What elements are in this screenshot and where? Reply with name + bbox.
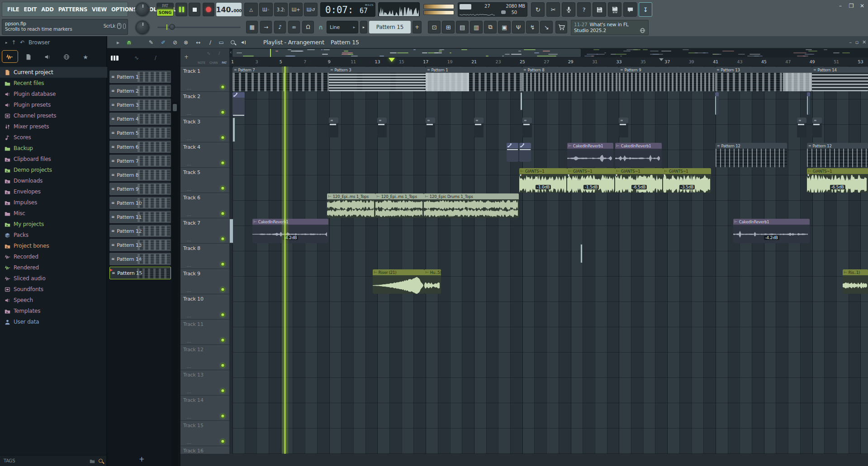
track-options[interactable]: ...: [187, 365, 192, 369]
playhead-line[interactable]: [285, 66, 285, 454]
blend-notes-icon[interactable]: Ш+: [289, 3, 303, 16]
clip-automation[interactable]: [232, 92, 245, 117]
pattern-selector[interactable]: Pattern 15: [369, 21, 411, 33]
track-led[interactable]: [221, 110, 225, 114]
pattern-row-10[interactable]: ≡Pattern 10: [109, 197, 171, 209]
clip-cakedinreverb1[interactable]: ⊢CakedInReverb1-4.2dB: [733, 219, 810, 243]
track-header-4[interactable]: Track 4...: [180, 142, 229, 168]
stamp-icon[interactable]: Ω: [302, 21, 314, 33]
add-pattern-button[interactable]: +: [413, 21, 422, 33]
browser-item-demo-projects[interactable]: Demo projects: [0, 165, 107, 175]
browser-item-rendered[interactable]: Rendered: [0, 262, 107, 273]
note-options-icon[interactable]: ♪: [274, 21, 286, 33]
plugin-icon[interactable]: Ψ: [512, 21, 525, 33]
browser-item-user-data[interactable]: User data: [0, 316, 107, 327]
browser-up-icon[interactable]: ↑: [11, 39, 16, 46]
browser-item-current-project[interactable]: Current project: [0, 67, 107, 78]
track-header-9[interactable]: Track 9...: [180, 269, 229, 294]
clip-mini[interactable]: ≡: [426, 118, 435, 137]
mute-icon[interactable]: ⊗: [181, 36, 191, 48]
track-led[interactable]: [221, 136, 225, 140]
clip-pattern-8[interactable]: ≡Pattern 8: [522, 67, 619, 91]
pattern-row-13[interactable]: ≡Pattern 13: [109, 239, 171, 251]
news-ticker[interactable]: 11-27What's new in FL Studio 2025.2: [571, 20, 649, 35]
track-header-8[interactable]: Track 8...: [180, 244, 229, 269]
delete-icon[interactable]: ⊘: [170, 36, 180, 48]
clip-pattern-9[interactable]: ≡Pattern 9: [619, 67, 715, 91]
track-options[interactable]: ...: [187, 314, 192, 318]
audio-tab-icon[interactable]: ∿: [134, 55, 139, 61]
playback-icon[interactable]: ◀❙: [239, 36, 249, 48]
pattern-row-15[interactable]: ≡Pattern 15: [109, 267, 171, 279]
mode-label-note[interactable]: NOTE: [198, 61, 205, 65]
track-options[interactable]: ...: [187, 86, 192, 90]
playlist-overview-bar[interactable]: ‹: [229, 48, 868, 57]
timeline-ruler[interactable]: 1357911131517192123252729313335373941434…: [229, 57, 868, 66]
master-volume-slider[interactable]: [423, 4, 454, 9]
track-led[interactable]: [221, 262, 225, 266]
download-icon[interactable]: ↧: [639, 2, 652, 17]
pattern-row-1[interactable]: ≡Pattern 1: [109, 71, 171, 83]
song-mode-label[interactable]: SONG: [157, 9, 173, 16]
browser-menu-icon[interactable]: ▸: [5, 40, 7, 45]
minimize-button[interactable]: –: [836, 3, 844, 9]
browser-item-packs[interactable]: Packs: [0, 230, 107, 240]
track-header-7[interactable]: Track 7...: [180, 218, 229, 244]
select-icon[interactable]: ▭: [216, 36, 226, 48]
paint-brush-icon[interactable]: ✐: [158, 36, 168, 48]
clip-automation2[interactable]: [507, 143, 518, 162]
search-icon[interactable]: [99, 459, 103, 463]
countdown-icon[interactable]: 3.2:: [274, 3, 288, 16]
playlist-minimize-button[interactable]: –: [849, 39, 851, 45]
help-icon[interactable]: ?: [577, 2, 591, 17]
tab-online[interactable]: [57, 54, 76, 60]
folder-icon[interactable]: [90, 458, 95, 464]
clip-sliver[interactable]: [580, 244, 583, 263]
headphones-icon[interactable]: ∩: [317, 21, 325, 33]
link-icon[interactable]: ∞: [288, 21, 300, 33]
track-options[interactable]: ...: [187, 339, 192, 344]
track-header-14[interactable]: Track 14...: [180, 395, 229, 421]
clip-pattern-14[interactable]: ≡Pattern 14: [812, 67, 868, 91]
clip-giants-1[interactable]: ⊢GIANTS~1▾-6.5dB: [807, 168, 868, 193]
envelope-node[interactable]: ▾: [664, 173, 665, 177]
snap-selector[interactable]: Line▸: [327, 21, 358, 33]
clip-pattern-3[interactable]: ≡Pattern 3: [329, 67, 426, 91]
pattern-row-3[interactable]: ≡Pattern 3: [109, 99, 171, 111]
save-new-version-icon[interactable]: [608, 2, 621, 17]
track-header-16[interactable]: Track 16...: [180, 446, 229, 454]
clip-hu-5-[interactable]: ⊢Hu..5): [424, 269, 441, 294]
browser-item-channel-presets[interactable]: Channel presets: [0, 110, 107, 121]
pattern-row-7[interactable]: ≡Pattern 7: [109, 155, 171, 167]
play-button[interactable]: [175, 3, 187, 16]
envelope-node[interactable]: ▾: [616, 173, 617, 177]
master-pitch-slider[interactable]: [423, 10, 454, 15]
menu-item-add[interactable]: ADD: [39, 6, 56, 13]
slider-thumb[interactable]: [169, 24, 175, 30]
stop-button[interactable]: [189, 3, 200, 16]
clip-ris-1-[interactable]: ⊢Ris..1): [843, 269, 868, 294]
track-led[interactable]: [221, 186, 225, 190]
touch-controller-icon[interactable]: ↯: [526, 21, 539, 33]
picker-panel-icon[interactable]: ⊡: [428, 21, 441, 33]
channel-rack-icon[interactable]: ▤: [456, 21, 469, 33]
tab-favorites[interactable]: ★: [76, 54, 95, 61]
playlist-maximize-button[interactable]: ▫: [855, 39, 859, 45]
metronome-icon[interactable]: △: [244, 3, 258, 16]
track-options[interactable]: ...: [187, 112, 192, 116]
track-header-15[interactable]: Track 15...: [180, 421, 229, 446]
clip-120-epi-ms-1-tops[interactable]: ⊢120_Epi..ms 1_Tops: [375, 193, 424, 218]
clip-mini[interactable]: ≡: [377, 118, 387, 137]
clip-mini[interactable]: ≡: [797, 118, 806, 137]
envelope-node[interactable]: ▾: [568, 173, 569, 177]
track-options[interactable]: ...: [187, 415, 192, 419]
browser-item-recent-files[interactable]: Recent files: [0, 78, 107, 89]
clip-sliver[interactable]: [229, 219, 233, 243]
send-to-icon[interactable]: ↘: [540, 21, 553, 33]
track-led[interactable]: [221, 161, 225, 165]
clip-cakedinreverb1[interactable]: ⊢CakedInReverb1-4.2dB: [252, 219, 328, 243]
track-options[interactable]: ...: [187, 264, 192, 268]
add-pattern-list-button[interactable]: +: [139, 455, 144, 463]
pattern-row-9[interactable]: ≡Pattern 9: [109, 183, 171, 195]
clip-sliver[interactable]: [232, 118, 235, 142]
